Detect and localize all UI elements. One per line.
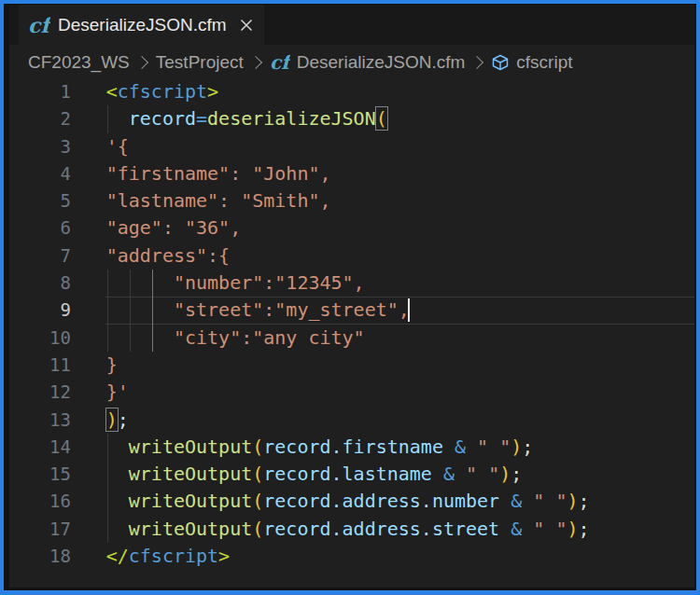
line-number[interactable]: 12 bbox=[9, 379, 71, 406]
line-number[interactable]: 17 bbox=[9, 516, 71, 543]
code-token: record bbox=[129, 107, 196, 130]
tab-deserializejson-cfm[interactable]: cf DeserializeJSON.cfm bbox=[19, 5, 264, 45]
code-content: record=deserializeJSON( bbox=[106, 105, 387, 132]
code-line-4[interactable]: 4"firstname": "John", bbox=[9, 160, 694, 187]
code-token: ( bbox=[252, 436, 263, 458]
indent-guide bbox=[107, 434, 108, 461]
breadcrumb-chevron-icon bbox=[130, 54, 156, 71]
line-number[interactable]: 8 bbox=[9, 270, 71, 297]
code-line-7[interactable]: 7"address":{ bbox=[9, 242, 694, 270]
code-token: ; bbox=[511, 463, 522, 485]
line-number[interactable]: 9 bbox=[9, 297, 71, 324]
indent-guide bbox=[107, 461, 108, 488]
indent-guide bbox=[107, 516, 108, 543]
line-number[interactable]: 2 bbox=[9, 105, 71, 132]
line-number[interactable]: 15 bbox=[9, 461, 71, 488]
code-line-2[interactable]: 2 record=deserializeJSON( bbox=[9, 105, 694, 132]
breadcrumb: CF2023_WSTestProjectcfDeserializeJSON.cf… bbox=[9, 45, 694, 78]
coldfusion-file-icon: cf bbox=[270, 52, 290, 73]
code-line-16[interactable]: 16 writeOutput(record.address.number & "… bbox=[9, 488, 694, 515]
line-number[interactable]: 1 bbox=[9, 78, 71, 105]
line-number[interactable]: 3 bbox=[9, 133, 71, 160]
code-token: writeOutput bbox=[129, 490, 252, 512]
line-number[interactable]: 10 bbox=[9, 325, 71, 352]
indent-guide-active bbox=[152, 297, 153, 324]
indent-guide bbox=[107, 105, 108, 132]
code-token: ) bbox=[499, 463, 511, 485]
code-line-15[interactable]: 15 writeOutput(record.lastname & " "); bbox=[9, 461, 694, 488]
symbol-namespace-icon bbox=[491, 53, 510, 72]
code-token: writeOutput bbox=[129, 463, 252, 485]
code-token bbox=[522, 490, 533, 512]
code-token: " " bbox=[477, 436, 511, 458]
code-content: }' bbox=[106, 379, 129, 406]
code-token: writeOutput bbox=[129, 518, 252, 540]
code-content: "firstname": "John", bbox=[106, 160, 331, 187]
code-token bbox=[432, 463, 443, 485]
code-token: "number":"12345", bbox=[174, 271, 365, 294]
code-token: " " bbox=[466, 463, 499, 485]
breadcrumb-label: CF2023_WS bbox=[28, 52, 130, 73]
tab-close-icon[interactable] bbox=[236, 15, 257, 35]
code-line-8[interactable]: 8 "number":"12345", bbox=[9, 270, 694, 297]
line-number[interactable]: 13 bbox=[9, 407, 71, 434]
code-token: ; bbox=[522, 436, 533, 458]
line-number[interactable]: 14 bbox=[9, 434, 71, 461]
line-number[interactable]: 16 bbox=[9, 488, 71, 515]
breadcrumb-label: TestProject bbox=[156, 52, 244, 73]
code-line-18[interactable]: 18</cfscript> bbox=[9, 543, 694, 570]
code-content: "number":"12345", bbox=[106, 270, 365, 297]
code-token: "address":{ bbox=[106, 244, 230, 267]
code-token: ( bbox=[252, 463, 263, 485]
breadcrumb-item-cf2023-ws[interactable]: CF2023_WS bbox=[28, 52, 130, 73]
code-token bbox=[499, 518, 511, 540]
code-content: writeOutput(record.lastname & " "); bbox=[106, 461, 523, 488]
code-line-17[interactable]: 17 writeOutput(record.address.street & "… bbox=[9, 516, 694, 543]
code-content: "age": "36", bbox=[106, 214, 242, 242]
code-token: " " bbox=[533, 518, 567, 540]
code-token: ( bbox=[252, 518, 263, 540]
breadcrumb-item-deserializejson-cfm[interactable]: cfDeserializeJSON.cfm bbox=[270, 52, 466, 73]
code-content: writeOutput(record.address.street & " ")… bbox=[106, 516, 590, 543]
line-number[interactable]: 11 bbox=[9, 352, 71, 379]
code-token: }' bbox=[106, 381, 129, 403]
code-editor[interactable]: 1<cfscript>2 record=deserializeJSON(3'{4… bbox=[9, 78, 694, 588]
indent-guide bbox=[130, 325, 131, 352]
code-line-10[interactable]: 10 "city":"any city" bbox=[9, 325, 694, 352]
indent-guide-active bbox=[152, 270, 153, 297]
code-token: & bbox=[443, 463, 455, 485]
code-line-6[interactable]: 6"age": "36", bbox=[9, 214, 694, 242]
bracket-match: ( bbox=[376, 107, 387, 130]
code-content: "lastname": "Smith", bbox=[106, 187, 331, 214]
line-number[interactable]: 4 bbox=[9, 160, 71, 187]
line-number[interactable]: 18 bbox=[9, 543, 71, 570]
code-token: "lastname": "Smith", bbox=[106, 189, 331, 212]
indent-guide bbox=[107, 270, 108, 297]
code-line-13[interactable]: 13); bbox=[9, 407, 694, 434]
code-token bbox=[106, 463, 129, 485]
breadcrumb-item-testproject[interactable]: TestProject bbox=[156, 52, 244, 73]
line-number[interactable]: 7 bbox=[9, 242, 71, 270]
code-line-14[interactable]: 14 writeOutput(record.firstname & " "); bbox=[9, 434, 694, 461]
code-token: "age": "36", bbox=[106, 216, 242, 239]
code-line-9[interactable]: 9 "street":"my_street", bbox=[9, 297, 694, 324]
code-token: = bbox=[196, 107, 207, 130]
tab-title: DeserializeJSON.cfm bbox=[58, 15, 227, 35]
bracket-match: ) bbox=[106, 408, 118, 431]
code-line-11[interactable]: 11} bbox=[9, 352, 694, 379]
code-line-5[interactable]: 5"lastname": "Smith", bbox=[9, 187, 694, 214]
screenshot-highlight-border: cf DeserializeJSON.cfm CF2023_WSTestProj… bbox=[0, 0, 700, 595]
code-token: record.lastname bbox=[263, 463, 432, 485]
code-token: " " bbox=[533, 490, 567, 512]
line-number[interactable]: 6 bbox=[9, 214, 71, 242]
breadcrumb-item-cfscript[interactable]: cfscript bbox=[491, 52, 572, 73]
code-token: ; bbox=[578, 518, 589, 540]
vscode-window: cf DeserializeJSON.cfm CF2023_WSTestProj… bbox=[9, 5, 694, 588]
code-line-12[interactable]: 12}' bbox=[9, 379, 694, 406]
code-line-1[interactable]: 1<cfscript> bbox=[9, 78, 694, 105]
code-line-3[interactable]: 3'{ bbox=[9, 133, 694, 160]
code-token bbox=[106, 107, 129, 130]
code-token: '{ bbox=[106, 135, 129, 158]
line-number[interactable]: 5 bbox=[9, 187, 71, 214]
code-content: <cfscript> bbox=[106, 78, 218, 105]
